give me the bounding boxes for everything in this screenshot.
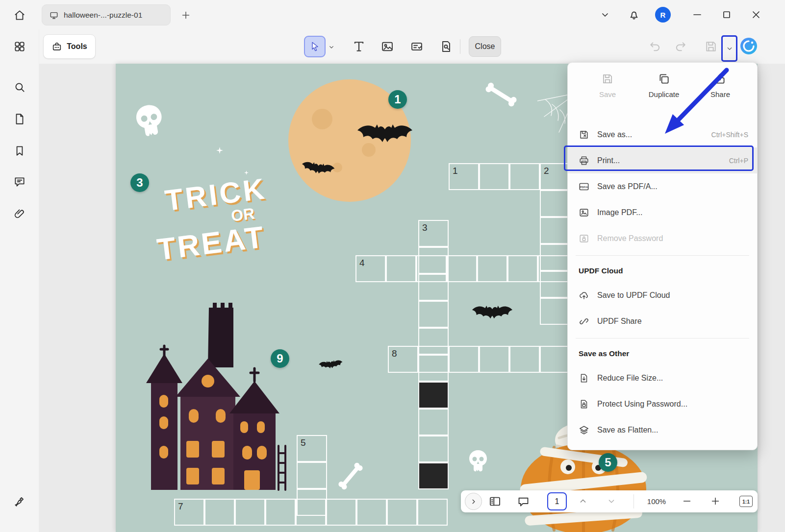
bat-graphic: [355, 123, 414, 151]
tabs-chevron-button[interactable]: [599, 8, 611, 21]
menu-item-save-to-updf-cloud[interactable]: Save to UPDF Cloud: [568, 282, 757, 308]
lock-icon: [579, 233, 589, 244]
attachments-paperclip-icon[interactable]: [13, 207, 26, 220]
menu-item-save-as-flatten[interactable]: Save as Flatten...: [568, 417, 757, 443]
crossword-cell: [418, 435, 449, 462]
menu-save-action[interactable]: Save: [589, 73, 626, 121]
image-tool-icon[interactable]: [380, 40, 394, 53]
toolbar-divider: [460, 39, 460, 54]
ratio-label: 1:1: [742, 499, 750, 505]
haunted-house-graphic: [137, 299, 294, 495]
page-thumbnails-icon[interactable]: [13, 113, 26, 125]
crossword-cell: [540, 190, 570, 217]
comments-icon[interactable]: [13, 175, 26, 188]
undo-icon[interactable]: [648, 40, 662, 53]
clue-badge: 3: [130, 173, 149, 192]
notifications-bell-button[interactable]: [628, 8, 640, 21]
menu-separator: [576, 338, 749, 339]
save-options-chevron-button[interactable]: [721, 35, 737, 62]
next-page-button[interactable]: [606, 496, 617, 507]
crossword-cell: [479, 346, 509, 373]
action-label: Save: [599, 90, 616, 98]
crossword-cell: [204, 499, 235, 526]
select-tool-chevron[interactable]: [328, 43, 335, 51]
menu-item-updf-share[interactable]: UPDF Share: [568, 308, 757, 334]
zoom-in-button[interactable]: [710, 496, 721, 507]
crossword-cell: [540, 346, 570, 373]
annotation-panel-icon[interactable]: [517, 495, 530, 508]
bone-graphic: [483, 81, 518, 108]
svg-text:PDF/A: PDF/A: [580, 185, 588, 188]
crossword-cell: [297, 462, 327, 489]
crossword-cell: [540, 298, 570, 325]
window-close-button[interactable]: [750, 8, 762, 21]
menu-item-label: Protect Using Password...: [597, 400, 687, 409]
flatten-layers-icon: [579, 425, 589, 435]
close-label: Close: [475, 42, 495, 51]
signature-pen-icon[interactable]: [13, 495, 26, 508]
crossword-cell: [326, 499, 356, 526]
tools-label: Tools: [67, 42, 87, 51]
crossword-cell: [356, 499, 387, 526]
save-icon: [601, 73, 614, 85]
crossword-number: 2: [544, 166, 549, 176]
window-minimize-button[interactable]: [691, 8, 704, 21]
window-maximize-button[interactable]: [720, 8, 733, 21]
image-pdf-icon: [579, 207, 589, 218]
menu-item-label: Remove Password: [597, 234, 663, 243]
crossword-cell: [235, 499, 265, 526]
save-icon[interactable]: [704, 40, 718, 53]
crossword-cell: [538, 255, 568, 282]
redo-icon[interactable]: [674, 40, 687, 53]
ai-assistant-button[interactable]: [740, 37, 758, 55]
crossword-cell: [417, 499, 448, 526]
crossword-cell: [296, 499, 326, 526]
close-button[interactable]: Close: [469, 36, 501, 57]
page-number-input[interactable]: 1: [547, 492, 567, 510]
new-tab-button[interactable]: [179, 9, 192, 22]
crossword-number: 7: [178, 501, 183, 512]
compress-file-icon: [579, 373, 589, 384]
crossword-cell: [418, 346, 449, 373]
thumbnails-panel-icon[interactable]: [488, 495, 502, 508]
menu-item-label: Save as PDF/A...: [597, 182, 658, 191]
star-sparkle: [216, 147, 223, 154]
left-sidebar: [0, 29, 39, 532]
menu-item-remove-password[interactable]: Remove Password: [568, 225, 757, 251]
menu-item-label: Save as...: [597, 130, 632, 139]
menu-separator: [576, 255, 749, 256]
crossword-cell: [418, 409, 449, 435]
bat-graphic: [471, 305, 514, 325]
crossword-cell: [509, 163, 540, 190]
actual-size-button[interactable]: 1:1: [739, 496, 753, 507]
tab-title: halloween-...-puzzle-01: [64, 11, 142, 20]
bat-graphic: [318, 359, 344, 373]
chevron-down-icon: [725, 44, 734, 53]
menu-item-protect-using-password[interactable]: Protect Using Password...: [568, 391, 757, 417]
text-tool-icon[interactable]: [352, 40, 366, 53]
bookmark-icon[interactable]: [13, 145, 26, 157]
menu-item-reduce-file-size[interactable]: Reduce File Size...: [568, 365, 757, 391]
clue-badge: 5: [599, 453, 617, 472]
apps-grid-icon[interactable]: [13, 40, 26, 53]
select-tool-button[interactable]: [304, 36, 326, 57]
menu-item-image-pdf[interactable]: Image PDF...: [568, 199, 757, 225]
clue-badge: 1: [388, 90, 407, 109]
search-icon[interactable]: [13, 81, 26, 94]
crossword-number: 1: [453, 166, 458, 176]
crossword-cell: [540, 217, 570, 244]
previous-page-button[interactable]: [578, 496, 588, 507]
zoom-out-button[interactable]: [682, 496, 692, 507]
home-button[interactable]: [12, 7, 27, 23]
avatar[interactable]: R: [655, 7, 671, 23]
crossword-cell: [387, 499, 417, 526]
expand-panel-button[interactable]: [465, 493, 482, 510]
menu-item-save-as-pdfa[interactable]: PDF/A Save as PDF/A...: [568, 173, 757, 199]
tools-button[interactable]: Tools: [43, 34, 96, 59]
cloud-upload-icon: [579, 290, 589, 301]
page-search-tool-icon[interactable]: [439, 40, 453, 53]
form-tool-icon[interactable]: [410, 40, 424, 53]
document-tab[interactable]: halloween-...-puzzle-01: [42, 4, 171, 25]
skull-graphic: [468, 450, 488, 472]
zoom-level: 100%: [640, 490, 673, 512]
